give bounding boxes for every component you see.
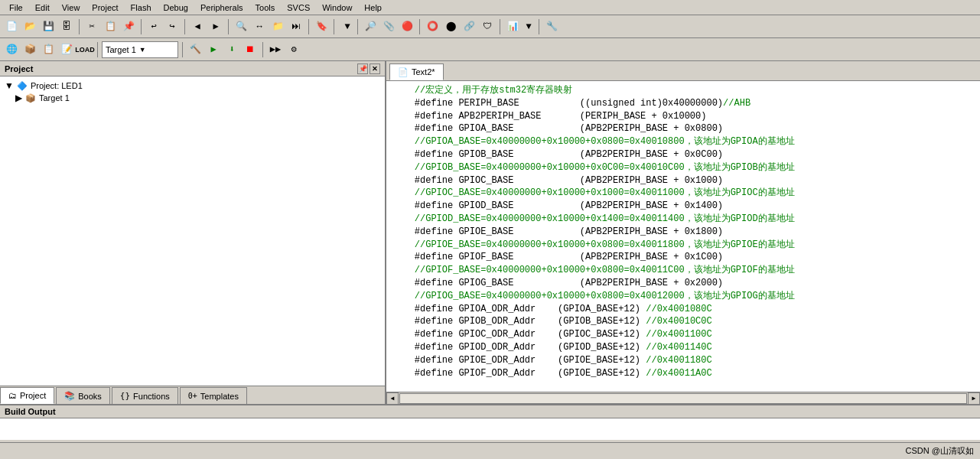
sep9 <box>500 19 500 34</box>
saveall-button[interactable]: 🗄 <box>58 18 75 35</box>
debug-start-button[interactable]: ⬇ <box>223 41 240 58</box>
find-button[interactable]: 🔍 <box>233 18 249 35</box>
toolbar-btn-e[interactable]: ⬤ <box>442 18 459 35</box>
left-panel: Project 📌 ✕ ▼ 🔷 Project: LED1 ▶ 📦 <box>0 61 386 404</box>
sep5 <box>308 19 309 34</box>
toolbar-btn-c[interactable]: 🔴 <box>399 18 415 35</box>
menu-window[interactable]: Window <box>316 2 358 14</box>
sep1 <box>79 19 80 34</box>
target-collapse-icon: ▶ <box>15 93 22 103</box>
copy-button[interactable]: 📋 <box>102 18 119 35</box>
target-button3[interactable]: 📝 <box>58 41 75 58</box>
code-line: #define GPIOB_BASE (APB2PERIPH_BASE + 0x… <box>392 148 974 161</box>
horizontal-scrollbar[interactable]: ◀ ▶ <box>386 392 980 404</box>
sep6 <box>334 19 334 34</box>
menu-svcs[interactable]: SVCS <box>281 2 316 14</box>
menu-view[interactable]: View <box>56 2 86 14</box>
tab-books[interactable]: 📚 Books <box>56 387 110 404</box>
menu-tools[interactable]: Tools <box>249 2 282 14</box>
settings-button[interactable]: ⚙ <box>285 41 302 58</box>
target-button2[interactable]: 📋 <box>40 41 57 58</box>
build-button[interactable]: 🔨 <box>187 41 203 58</box>
target-label: Target 1 <box>106 45 136 54</box>
tab-functions[interactable]: {} Functions <box>112 387 178 404</box>
code-line: #define GPIOC_BASE (APB2PERIPH_BASE + 0x… <box>392 174 974 187</box>
find-file-button[interactable]: 📁 <box>269 18 286 35</box>
open-button[interactable]: 📂 <box>21 18 38 35</box>
tree-target[interactable]: ▶ 📦 Target 1 <box>3 92 382 104</box>
bottom-tabs: 🗂 Project 📚 Books {} Functions 0+ Templa… <box>0 386 385 404</box>
code-line: #define GPIOE_ODR_Addr (GPIOE_BASE+12) /… <box>392 354 974 367</box>
editor-tab-text2[interactable]: 📄 Text2* <box>389 63 444 80</box>
pin-button[interactable]: 📌 <box>357 63 368 74</box>
code-line: #define GPIOC_ODR_Addr (GPIOC_BASE+12) /… <box>392 328 974 341</box>
code-editor[interactable]: //宏定义，用于存放stm32寄存器映射 #define PERIPH_BASE… <box>386 81 980 392</box>
code-line: #define GPIOF_BASE (APB2PERIPH_BASE + 0x… <box>392 251 974 264</box>
right-panel: 📄 Text2* //宏定义，用于存放stm32寄存器映射 #define PE… <box>386 61 980 404</box>
code-line: #define APB2PERIPH_BASE (PERIPH_BASE + 0… <box>392 110 974 123</box>
close-panel-button[interactable]: ✕ <box>370 63 380 74</box>
build-world-button[interactable]: 🌐 <box>3 41 20 58</box>
editor-tab-bar: 📄 Text2* <box>386 61 980 81</box>
templates-tab-label: Templates <box>200 392 239 401</box>
dropdown-arrow[interactable]: ▼ <box>341 18 353 35</box>
tab-project[interactable]: 🗂 Project <box>0 387 54 404</box>
panels-row: Project 📌 ✕ ▼ 🔷 Project: LED1 ▶ 📦 <box>0 61 980 404</box>
sep12 <box>182 42 183 57</box>
toolbar-btn-g[interactable]: 🛡 <box>479 18 496 35</box>
menu-debug[interactable]: Debug <box>158 2 194 14</box>
target-icon: 📦 <box>25 93 36 103</box>
redo-button[interactable]: ↪ <box>164 18 181 35</box>
scroll-left-btn[interactable]: ◀ <box>386 392 399 405</box>
debug-stop-button[interactable]: ⏹ <box>242 41 259 58</box>
toolbar-btn-j[interactable]: 🔧 <box>543 18 560 35</box>
sep7 <box>357 19 358 34</box>
flash-button[interactable]: ▶ <box>205 41 222 58</box>
main-window: File Edit View Project Flash Debug Perip… <box>0 0 980 459</box>
target-arrow: ▼ <box>139 46 146 54</box>
code-line: //GPIOF_BASE=0x40000000+0x10000+0x0800=0… <box>392 264 974 277</box>
load-button[interactable]: LOAD <box>77 41 93 58</box>
books-tab-label: Books <box>78 392 102 401</box>
status-bar: CSDN @山清叹如 <box>0 442 980 459</box>
run-button[interactable]: ▶▶ <box>267 41 284 58</box>
code-line: //GPIOD_BASE=0x40000000+0x10000+0x1400=0… <box>392 213 974 226</box>
target-dropdown[interactable]: Target 1 ▼ <box>102 41 178 58</box>
menu-peripherals[interactable]: Peripherals <box>194 2 249 14</box>
scroll-right-btn[interactable]: ▶ <box>968 392 980 405</box>
toolbar-btn-d[interactable]: ⭕ <box>424 18 441 35</box>
menu-flash[interactable]: Flash <box>125 2 158 14</box>
code-line: //GPIOC_BASE=0x40000000+0x10000+0x1000=0… <box>392 187 974 200</box>
nav-forward-button[interactable]: ▶ <box>207 18 224 35</box>
menu-help[interactable]: Help <box>358 2 388 14</box>
bookmark-button[interactable]: 🔖 <box>313 18 330 35</box>
project-panel-title: Project 📌 ✕ <box>0 61 385 76</box>
tab-templates[interactable]: 0+ Templates <box>180 387 247 404</box>
scroll-track[interactable] <box>399 393 967 404</box>
save-button[interactable]: 💾 <box>40 18 57 35</box>
panel-icons: 📌 ✕ <box>357 63 380 74</box>
menu-edit[interactable]: Edit <box>29 2 56 14</box>
code-line: #define GPIOF_ODR_Addr (GPIOE_BASE+12) /… <box>392 367 974 380</box>
undo-button[interactable]: ↩ <box>145 18 162 35</box>
toolbar-btn-h[interactable]: 📊 <box>504 18 521 35</box>
new-button[interactable]: 📄 <box>3 18 20 35</box>
target-button1[interactable]: 📦 <box>21 41 38 58</box>
project-tab-icon: 🗂 <box>8 391 17 400</box>
code-line: #define GPIOD_ODR_Addr (GPIOD_BASE+12) /… <box>392 341 974 354</box>
toolbar-btn-i[interactable]: ▼ <box>523 18 535 35</box>
project-panel-label: Project <box>5 64 33 73</box>
find-next-button[interactable]: ⏭ <box>288 18 304 35</box>
cut-button[interactable]: ✂ <box>83 18 100 35</box>
replace-button[interactable]: ↔ <box>251 18 268 35</box>
paste-button[interactable]: 📌 <box>120 18 137 35</box>
toolbar-btn-b[interactable]: 📎 <box>380 18 397 35</box>
toolbar-btn-a[interactable]: 🔎 <box>362 18 379 35</box>
sep3 <box>184 19 185 34</box>
tree-project-root[interactable]: ▼ 🔷 Project: LED1 <box>3 80 382 92</box>
menu-file[interactable]: File <box>3 2 29 14</box>
nav-back-button[interactable]: ◀ <box>189 18 206 35</box>
project-tree: ▼ 🔷 Project: LED1 ▶ 📦 Target 1 <box>0 76 385 386</box>
toolbar-btn-f[interactable]: 🔗 <box>461 18 477 35</box>
menu-project[interactable]: Project <box>86 2 124 14</box>
